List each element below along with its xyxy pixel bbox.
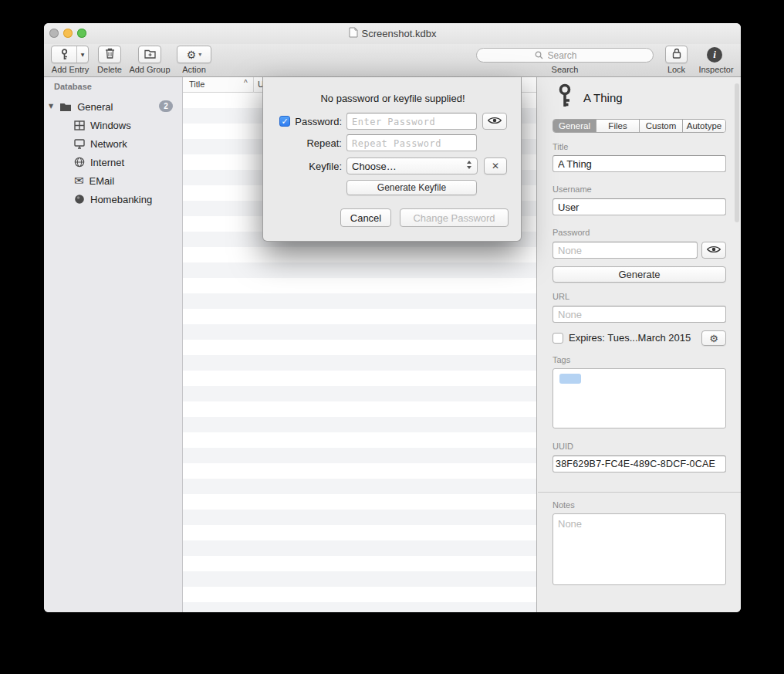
- lock-icon: [672, 48, 681, 62]
- new-password-input[interactable]: [346, 113, 477, 130]
- sidebar-item-homebanking[interactable]: Homebanking: [44, 190, 183, 208]
- tab-autotype[interactable]: Autotype: [683, 120, 725, 132]
- gear-icon: ⚙: [187, 49, 197, 60]
- reveal-password-button[interactable]: [701, 242, 726, 259]
- title-field-label: Title: [553, 142, 568, 151]
- generate-keyfile-button[interactable]: Generate Keyfile: [346, 180, 477, 195]
- search-label: Search: [476, 65, 654, 75]
- sidebar-item-label: Internet: [90, 157, 124, 168]
- tags-field-label: Tags: [553, 355, 570, 364]
- column-header-title[interactable]: Title: [189, 80, 204, 89]
- sidebar-item-label: EMail: [90, 175, 115, 187]
- repeat-password-input[interactable]: [346, 134, 477, 151]
- expires-settings-button[interactable]: ⚙: [701, 330, 726, 346]
- username-field[interactable]: [553, 198, 726, 215]
- window-title-area: Screenshot.kdbx: [44, 23, 741, 44]
- group-count-badge: 2: [159, 100, 173, 112]
- password-field-label: Password: [553, 228, 590, 237]
- uuid-field[interactable]: [553, 456, 726, 472]
- inspector-scrollbar[interactable]: [735, 83, 739, 222]
- eye-icon: [707, 243, 721, 257]
- close-x-icon: ✕: [492, 161, 499, 171]
- desktop: { "window": { "title": "Screenshot.kdbx"…: [0, 0, 784, 674]
- windows-icon: [74, 120, 85, 130]
- sidebar-item-email[interactable]: ✉ EMail: [44, 171, 183, 190]
- divider: [538, 492, 741, 493]
- inspector-toggle-button[interactable]: i: [707, 47, 722, 63]
- keyfile-popup[interactable]: Choose…: [346, 157, 478, 174]
- sidebar-item-label: Windows: [90, 120, 131, 131]
- coin-icon: [74, 194, 85, 205]
- tab-custom[interactable]: Custom: [640, 120, 683, 132]
- window-title: Screenshot.kdbx: [362, 28, 437, 39]
- title-field[interactable]: [553, 155, 726, 172]
- envelope-icon: ✉: [74, 175, 84, 187]
- folder-plus-icon: [144, 48, 156, 62]
- app-window: Screenshot.kdbx ▼ Add Entry Delete Add G…: [44, 23, 741, 612]
- inspector-label: Inspector: [694, 65, 738, 75]
- change-password-button[interactable]: Change Password: [400, 208, 509, 227]
- username-field-label: Username: [553, 185, 592, 194]
- info-icon: i: [713, 49, 716, 61]
- action-button[interactable]: ⚙ ▾: [177, 46, 211, 63]
- expires-label: Expires: Tues...March 2015: [569, 332, 691, 344]
- lock-label: Lock: [659, 65, 694, 75]
- repeat-label: Repeat:: [291, 137, 342, 149]
- clear-keyfile-button[interactable]: ✕: [484, 157, 507, 174]
- check-icon: ✓: [281, 117, 288, 127]
- tab-general[interactable]: General: [553, 120, 596, 132]
- generate-password-button[interactable]: Generate: [553, 266, 726, 283]
- delete-button[interactable]: [98, 46, 121, 63]
- key-icon: [52, 49, 76, 60]
- column-divider[interactable]: [253, 77, 254, 93]
- inspector-tabs: General Files Custom Autotype: [553, 119, 726, 133]
- cancel-button[interactable]: Cancel: [340, 208, 391, 227]
- add-group-button[interactable]: [138, 46, 161, 63]
- delete-label: Delete: [89, 65, 130, 75]
- add-entry-label: Add Entry: [47, 65, 93, 75]
- notes-field[interactable]: [553, 513, 726, 585]
- eye-icon: [488, 114, 502, 128]
- chevron-down-icon[interactable]: ▼: [77, 52, 88, 57]
- sidebar-item-label: General: [77, 101, 113, 113]
- popup-chevrons-icon: [466, 160, 472, 172]
- sidebar-item-network[interactable]: Network: [44, 134, 183, 153]
- search-field[interactable]: [476, 48, 654, 63]
- disclosure-triangle-icon[interactable]: ▼: [49, 103, 53, 110]
- chevron-down-icon: ▾: [198, 52, 201, 58]
- url-field[interactable]: [553, 306, 726, 323]
- sidebar-item-label: Homebanking: [90, 194, 152, 205]
- tag-token[interactable]: [559, 374, 581, 384]
- keyfile-popup-value: Choose…: [352, 161, 397, 172]
- sidebar: Database ▼ General 2 Windows Network: [44, 77, 183, 612]
- password-label: Password:: [291, 116, 342, 127]
- sidebar-item-label: Network: [90, 138, 127, 150]
- document-icon: [349, 27, 358, 40]
- key-icon: [556, 83, 573, 111]
- sheet-message: No password or keyfile supplied!: [263, 93, 522, 104]
- expires-checkbox[interactable]: [553, 333, 563, 344]
- reveal-password-button[interactable]: [482, 113, 507, 130]
- sort-ascending-icon: ^: [244, 79, 248, 87]
- action-label: Action: [177, 65, 211, 75]
- change-password-sheet: No password or keyfile supplied! ✓ Passw…: [262, 77, 522, 242]
- add-entry-button[interactable]: ▼: [51, 46, 89, 63]
- tags-field[interactable]: [553, 368, 726, 428]
- password-checkbox[interactable]: ✓: [279, 116, 290, 127]
- tab-files[interactable]: Files: [596, 120, 640, 132]
- titlebar[interactable]: Screenshot.kdbx: [44, 23, 741, 44]
- lock-button[interactable]: [665, 46, 688, 63]
- sidebar-header: Database: [54, 82, 92, 91]
- folder-icon: [59, 102, 72, 112]
- search-input[interactable]: [546, 49, 596, 62]
- sidebar-item-internet[interactable]: Internet: [44, 153, 183, 171]
- keyfile-label: Keyfile:: [291, 161, 342, 172]
- password-field[interactable]: [553, 242, 698, 259]
- toolbar: ▼ Add Entry Delete Add Group ⚙ ▾ Action: [44, 44, 741, 77]
- url-field-label: URL: [553, 292, 569, 301]
- notes-field-label: Notes: [553, 500, 575, 510]
- search-icon: [535, 49, 543, 63]
- sidebar-item-windows[interactable]: Windows: [44, 116, 183, 134]
- network-icon: [74, 139, 85, 149]
- add-group-label: Add Group: [127, 65, 173, 75]
